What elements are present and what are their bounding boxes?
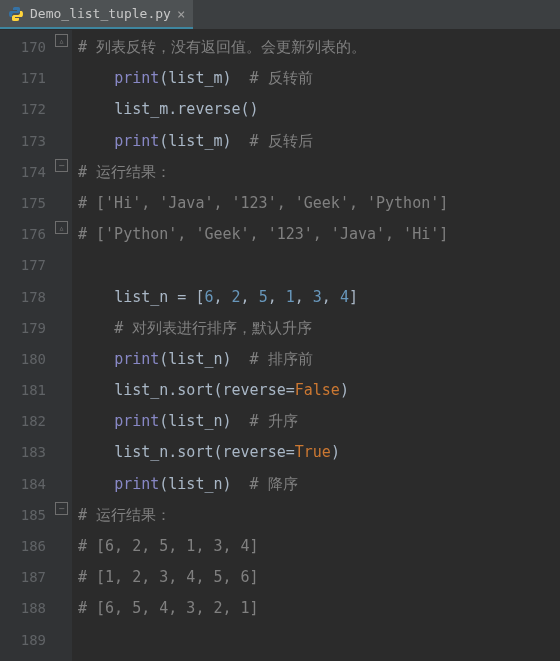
line-number: 170 xyxy=(6,32,46,63)
line-number: 176 xyxy=(6,219,46,250)
line-number: 184 xyxy=(6,469,46,500)
code-line[interactable]: print(list_n) # 降序 xyxy=(78,469,560,500)
code-line[interactable]: list_n = [6, 2, 5, 1, 3, 4] xyxy=(78,282,560,313)
code-line[interactable]: list_n.sort(reverse=True) xyxy=(78,437,560,468)
code-line[interactable]: list_m.reverse() xyxy=(78,94,560,125)
line-number: 171 xyxy=(6,63,46,94)
line-number: 175 xyxy=(6,188,46,219)
tab-demo-list-tuple[interactable]: Demo_list_tuple.py × xyxy=(0,0,193,29)
code-line[interactable]: # [6, 2, 5, 1, 3, 4] xyxy=(78,531,560,562)
code-line[interactable]: # [1, 2, 3, 4, 5, 6] xyxy=(78,562,560,593)
close-icon[interactable]: × xyxy=(177,7,185,21)
tab-bar: Demo_list_tuple.py × xyxy=(0,0,560,30)
code-line[interactable]: # 列表反转，没有返回值。会更新列表的。 xyxy=(78,32,560,63)
code-editor[interactable]: 1701711721731741751761771781791801811821… xyxy=(0,30,560,661)
line-number: 172 xyxy=(6,94,46,125)
line-number: 177 xyxy=(6,250,46,281)
line-number: 189 xyxy=(6,625,46,656)
fold-column: ▵−▵− xyxy=(58,30,72,661)
fold-end-icon: ▵ xyxy=(55,221,68,234)
code-line[interactable]: print(list_m) # 反转前 xyxy=(78,63,560,94)
line-number: 186 xyxy=(6,531,46,562)
fold-collapse-icon[interactable]: − xyxy=(55,502,68,515)
fold-collapse-icon[interactable]: − xyxy=(55,159,68,172)
line-number: 182 xyxy=(6,406,46,437)
code-line[interactable]: # [6, 5, 4, 3, 2, 1] xyxy=(78,593,560,624)
code-line[interactable]: # ['Python', 'Geek', '123', 'Java', 'Hi'… xyxy=(78,219,560,250)
code-line[interactable]: # 运行结果： xyxy=(78,157,560,188)
line-number: 174 xyxy=(6,157,46,188)
code-line[interactable]: print(list_m) # 反转后 xyxy=(78,126,560,157)
line-number: 179 xyxy=(6,313,46,344)
line-number: 183 xyxy=(6,437,46,468)
code-line[interactable]: list_n.sort(reverse=False) xyxy=(78,375,560,406)
code-line[interactable]: # 对列表进行排序，默认升序 xyxy=(78,313,560,344)
line-number: 185 xyxy=(6,500,46,531)
fold-end-icon: ▵ xyxy=(55,34,68,47)
line-number: 178 xyxy=(6,282,46,313)
line-number: 180 xyxy=(6,344,46,375)
line-number: 188 xyxy=(6,593,46,624)
code-line[interactable]: # 运行结果： xyxy=(78,500,560,531)
python-file-icon xyxy=(8,6,24,22)
tab-label: Demo_list_tuple.py xyxy=(30,6,171,21)
line-number: 181 xyxy=(6,375,46,406)
code-line[interactable]: # ['Hi', 'Java', '123', 'Geek', 'Python'… xyxy=(78,188,560,219)
code-line[interactable]: print(list_n) # 升序 xyxy=(78,406,560,437)
line-number: 187 xyxy=(6,562,46,593)
code-area[interactable]: # 列表反转，没有返回值。会更新列表的。 print(list_m) # 反转前… xyxy=(72,30,560,661)
code-line[interactable]: print(list_n) # 排序前 xyxy=(78,344,560,375)
line-number-gutter: 1701711721731741751761771781791801811821… xyxy=(0,30,58,661)
code-line[interactable] xyxy=(78,625,560,656)
line-number: 173 xyxy=(6,126,46,157)
code-line[interactable] xyxy=(78,250,560,281)
